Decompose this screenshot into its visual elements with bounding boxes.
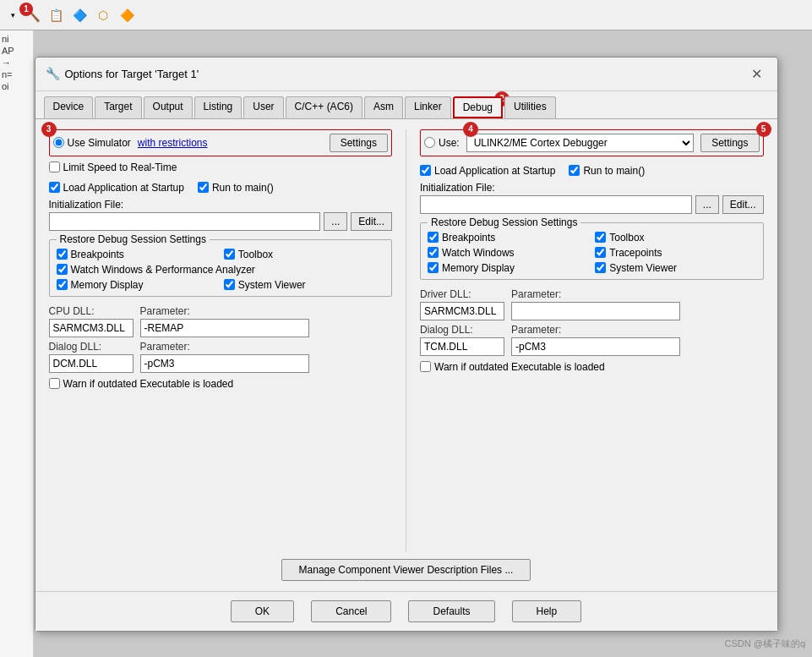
cancel-button[interactable]: Cancel — [311, 600, 391, 622]
left-load-app-label: Load Application at Startup — [63, 182, 184, 194]
toolbar-btn-2[interactable]: 📋 — [46, 5, 66, 25]
right-load-app-label: Load Application at Startup — [434, 165, 555, 177]
left-run-to-main-label: Run to main() — [212, 182, 274, 194]
tab-debug[interactable]: Debug — [453, 96, 503, 118]
toolbar-build-btn[interactable]: 🔨 1 — [22, 5, 42, 25]
left-init-file-label: Initialization File: — [49, 199, 393, 211]
left-run-to-main-row: Run to main() — [198, 182, 274, 194]
left-init-file-input[interactable] — [49, 212, 321, 231]
right-settings-button[interactable]: Settings — [700, 134, 759, 152]
left-restore-group: Restore Debug Session Settings Breakpoin… — [49, 239, 393, 297]
help-button[interactable]: Help — [512, 600, 582, 622]
tab-listing[interactable]: Listing — [194, 96, 243, 118]
tab-utilities[interactable]: Utilities — [504, 96, 556, 118]
tab-output[interactable]: Output — [144, 96, 193, 118]
defaults-button[interactable]: Defaults — [408, 600, 494, 622]
left-dialog-dll-row: Dialog DLL: Parameter: — [49, 341, 393, 373]
left-cpu-dll-input[interactable] — [49, 319, 134, 337]
toolbar-dropdown[interactable]: ▾ — [7, 5, 19, 25]
right-driver-param-label: Parameter: — [511, 288, 680, 300]
toolbar: ▾ 🔨 1 📋 🔷 ⬡ 🔶 — [0, 0, 812, 30]
tab-user[interactable]: User — [243, 96, 283, 118]
right-warn-checkbox[interactable] — [420, 361, 431, 372]
left-run-to-main-checkbox[interactable] — [198, 182, 209, 193]
use-simulator-radio-label[interactable]: Use Simulator — [53, 137, 131, 149]
right-breakpoints-row: Breakpoints — [428, 232, 588, 244]
left-sysviewer-label: System Viewer — [238, 279, 306, 291]
right-driver-dll-input[interactable] — [420, 302, 504, 320]
left-memory-checkbox[interactable] — [57, 279, 68, 290]
left-edit-btn[interactable]: Edit... — [351, 212, 392, 231]
left-watch-checkbox[interactable] — [57, 264, 68, 275]
use-debugger-radio-label[interactable]: Use: — [424, 137, 460, 149]
right-warn-label: Warn if outdated Executable is loaded — [434, 361, 605, 373]
left-cpu-param-label: Parameter: — [140, 305, 309, 317]
use-simulator-radio[interactable] — [53, 137, 64, 148]
right-watch-checkbox[interactable] — [428, 247, 439, 258]
toolbar-icon-3: 🔷 — [73, 8, 87, 22]
toolbar-btn-4[interactable]: ⬡ — [93, 5, 113, 25]
tab-linker[interactable]: Linker — [405, 96, 451, 118]
left-dialog-dll-col: Dialog DLL: — [49, 341, 134, 373]
with-restrictions-link[interactable]: with restrictions — [138, 137, 208, 149]
watermark: CSDN @橘子味的q — [724, 638, 805, 650]
left-breakpoints-checkbox[interactable] — [57, 249, 68, 260]
left-sysviewer-checkbox[interactable] — [224, 279, 235, 290]
dialog-overlay: 🔧 Options for Target 'Target 1' ✕ Device… — [0, 30, 812, 657]
left-load-app-checkbox[interactable] — [49, 182, 60, 193]
tab-target[interactable]: Target — [95, 96, 141, 118]
left-sysviewer-row: System Viewer — [224, 279, 384, 291]
badge-4: 4 — [463, 122, 478, 137]
left-load-run-row: Load Application at Startup Run to main(… — [49, 182, 393, 194]
tab-device[interactable]: Device — [44, 96, 94, 118]
limit-speed-row: Limit Speed to Real-Time — [49, 162, 393, 173]
toolbar-dropdown-arrow-btn[interactable]: ▾ — [7, 5, 19, 25]
limit-speed-checkbox[interactable] — [49, 162, 60, 172]
right-breakpoints-checkbox[interactable] — [428, 232, 439, 243]
dialog-footer: OK Cancel Defaults Help — [35, 591, 777, 631]
right-dialog-param-input[interactable] — [511, 337, 680, 356]
use-debugger-use-label: Use: — [439, 137, 460, 149]
left-settings-button[interactable]: Settings — [330, 134, 388, 152]
manage-component-btn[interactable]: Manage Component Viewer Description File… — [281, 559, 531, 581]
right-dialog-dll-col: Dialog DLL: — [420, 324, 504, 356]
right-load-app-checkbox[interactable] — [420, 165, 431, 176]
left-dll-section: CPU DLL: Parameter: Dialog DLL: — [49, 305, 393, 373]
right-memory-checkbox[interactable] — [428, 262, 439, 273]
right-warn-row: Warn if outdated Executable is loaded — [420, 361, 764, 373]
right-driver-dll-row: Driver DLL: Parameter: — [420, 288, 764, 320]
ok-button[interactable]: OK — [231, 600, 294, 622]
right-run-to-main-checkbox[interactable] — [569, 165, 580, 176]
right-memory-label: Memory Display — [442, 262, 515, 274]
right-toolbox-checkbox[interactable] — [595, 232, 606, 243]
tab-asm[interactable]: Asm — [364, 96, 403, 118]
left-dialog-dll-input[interactable] — [49, 354, 134, 373]
debugger-select[interactable]: ULINK2/ME Cortex Debugger — [466, 134, 694, 152]
use-debugger-radio[interactable] — [424, 137, 435, 148]
right-tracepoints-checkbox[interactable] — [595, 247, 606, 258]
right-sysviewer-label: System Viewer — [609, 262, 677, 274]
right-watch-label: Watch Windows — [442, 247, 515, 259]
right-dll-section: Driver DLL: Parameter: Dialog DLL: — [420, 288, 764, 356]
right-tracepoints-row: Tracepoints — [595, 247, 755, 259]
right-dialog-dll-input[interactable] — [420, 337, 504, 356]
left-browse-btn[interactable]: ... — [324, 212, 347, 231]
left-dialog-param-input[interactable] — [140, 354, 309, 373]
right-restore-group: Restore Debug Session Settings Breakpoin… — [420, 222, 764, 280]
right-init-file-label: Initialization File: — [420, 182, 764, 194]
right-edit-btn[interactable]: Edit... — [722, 195, 764, 214]
right-init-file-input[interactable] — [420, 195, 692, 214]
left-init-file-input-row: ... Edit... — [49, 212, 393, 231]
right-browse-btn[interactable]: ... — [695, 195, 719, 214]
right-sysviewer-checkbox[interactable] — [595, 262, 606, 273]
right-driver-param-input[interactable] — [511, 302, 680, 320]
toolbar-btn-3[interactable]: 🔷 — [69, 5, 90, 25]
left-toolbox-checkbox[interactable] — [224, 249, 235, 260]
badge-3: 3 — [41, 122, 57, 137]
tab-cpp[interactable]: C/C++ (AC6) — [286, 96, 362, 118]
left-warn-checkbox[interactable] — [49, 378, 60, 389]
left-cpu-param-input[interactable] — [140, 319, 309, 337]
right-dialog-dll-row: Dialog DLL: Parameter: — [420, 324, 764, 356]
toolbar-btn-5[interactable]: 🔶 — [117, 5, 137, 25]
dialog-close-button[interactable]: ✕ — [746, 64, 767, 84]
